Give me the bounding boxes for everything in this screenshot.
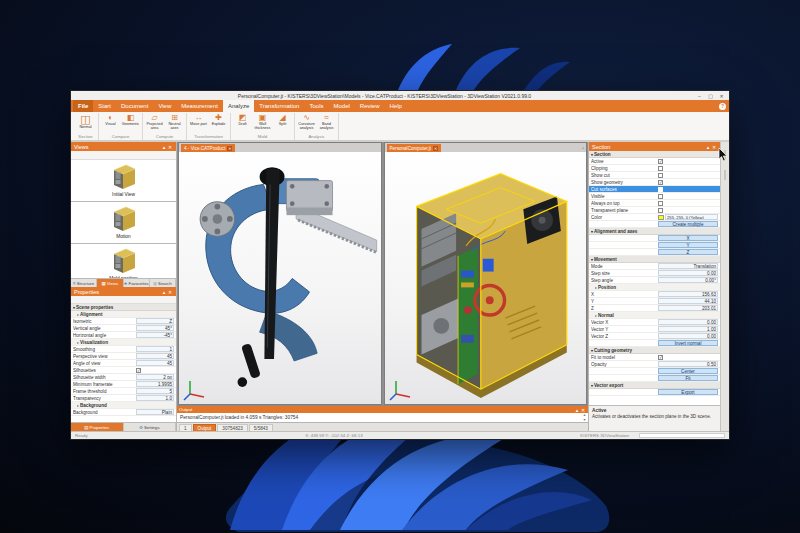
property-row[interactable]: Alignment and axes Alignment and axes	[589, 228, 720, 235]
property-value[interactable]: 5	[136, 388, 174, 394]
property-row[interactable]: Fit Fit	[589, 375, 720, 382]
console-tab[interactable]: 1	[179, 424, 192, 431]
property-row[interactable]: Transparency 1.0 Transparency	[71, 395, 176, 402]
property-value[interactable]: 255, 255, 0 (Yellow)	[665, 214, 718, 220]
property-value[interactable]: 1.9995	[136, 381, 174, 387]
property-button[interactable]: Export	[658, 389, 718, 395]
property-row[interactable]: Mode Translation Mode	[589, 263, 720, 270]
output-panel-header[interactable]: Output ▴ ✕	[177, 406, 588, 413]
property-row[interactable]: Y Y	[589, 242, 720, 249]
checkbox[interactable]	[136, 368, 141, 373]
property-row[interactable]: Show geometry Show geometry	[589, 179, 720, 186]
property-button[interactable]: Z	[658, 249, 718, 255]
property-button[interactable]: Invert normal	[658, 340, 718, 346]
section-panel-header[interactable]: Section ▴ ✕	[589, 142, 720, 151]
minimize-button[interactable]: –	[695, 92, 704, 100]
ribbon-tab[interactable]: Measurement	[176, 100, 223, 112]
property-button[interactable]: Fit	[658, 375, 718, 381]
close-icon[interactable]: ✕	[167, 288, 173, 296]
collapsed-panel-tab[interactable]	[724, 170, 726, 180]
property-value[interactable]: 2 px	[136, 374, 174, 380]
property-row[interactable]: Step size 0.00 Step size	[589, 270, 720, 277]
ribbon-tab[interactable]: Review	[355, 100, 385, 112]
property-row[interactable]: Horizontal angle -45° Horizontal angle	[71, 332, 176, 339]
property-row[interactable]: Alignment Alignment	[71, 311, 176, 318]
checkbox[interactable]	[658, 355, 663, 360]
checkbox[interactable]	[658, 208, 663, 213]
checkbox[interactable]	[658, 201, 663, 206]
ribbon-tab[interactable]: Analyze	[223, 100, 254, 112]
maximize-button[interactable]: ▢	[706, 92, 715, 100]
property-value[interactable]: 44.10	[658, 298, 718, 304]
section-normal-tool[interactable]: ◫Normal	[76, 113, 95, 129]
properties-panel-header[interactable]: Properties ▴ ✕	[71, 287, 176, 296]
property-row[interactable]: Frame threshold 5 Frame threshold	[71, 388, 176, 395]
console-tab[interactable]: 5/5843	[249, 424, 273, 431]
property-value[interactable]: Z	[136, 318, 174, 324]
dock-tab[interactable]: ⚙Settings	[124, 423, 177, 431]
checkbox[interactable]	[658, 166, 663, 171]
checkbox[interactable]	[658, 194, 663, 199]
property-row[interactable]: Vertical angle 45° Vertical angle	[71, 325, 176, 332]
property-row[interactable]: Normal Normal	[589, 312, 720, 319]
neutral-axes-tool[interactable]: ⊞Neutral axes	[166, 113, 183, 130]
titlebar[interactable]: PersonalComputer.jt - KISTERS\3DViewStat…	[71, 91, 729, 100]
property-value[interactable]: 45	[136, 360, 174, 366]
property-row[interactable]: Show cut Show cut	[589, 172, 720, 179]
property-row[interactable]: Visible Visible	[589, 193, 720, 200]
ribbon-tab[interactable]: Tools	[304, 100, 328, 112]
close-icon[interactable]: ✕	[433, 146, 438, 151]
property-row[interactable]: Center Center	[589, 368, 720, 375]
property-value[interactable]: Plain	[136, 409, 174, 415]
property-row[interactable]: Vector X 0.00 Vector X	[589, 319, 720, 326]
property-value[interactable]: Translation	[658, 263, 718, 269]
view-item[interactable]: Initial View	[71, 160, 176, 202]
property-row[interactable]: Silhouettes Silhouettes	[71, 367, 176, 374]
property-row[interactable]: Vector Z 0.00 Vector Z	[589, 333, 720, 340]
ribbon-tab[interactable]: Start	[93, 100, 116, 112]
property-row[interactable]: Always on top Always on top	[589, 200, 720, 207]
draft-tool[interactable]: ◩Draft	[234, 113, 251, 126]
ribbon-tab[interactable]: File	[73, 100, 93, 112]
output-log[interactable]: PersonalComputer.jt loaded in 4.059 s Tr…	[177, 413, 588, 422]
property-row[interactable]: Active Active	[589, 158, 720, 165]
property-row[interactable]: Minimum framerate 1.9995 Minimum framera…	[71, 381, 176, 388]
property-button[interactable]: X	[658, 235, 718, 241]
property-row[interactable]: Movement Movement	[589, 256, 720, 263]
property-row[interactable]: Background Background	[71, 402, 176, 409]
property-value[interactable]: 0.00	[658, 270, 718, 276]
ribbon-tab[interactable]: View	[153, 100, 176, 112]
wall-thickness-tool[interactable]: ▣Wall thickness	[254, 113, 271, 130]
dock-tab[interactable]: ▦Views	[97, 279, 123, 287]
property-row[interactable]: Create multiple Create multiple	[589, 221, 720, 228]
checkbox[interactable]	[658, 187, 663, 192]
property-value[interactable]: 0.50	[658, 361, 718, 367]
property-value[interactable]: 0.00	[658, 333, 718, 339]
3d-canvas-computer[interactable]	[385, 152, 587, 404]
property-row[interactable]: Visualization Visualization	[71, 339, 176, 346]
explode-tool[interactable]: ✚Explode	[210, 113, 227, 126]
views-panel-header[interactable]: Views ▴ ✕	[71, 142, 176, 151]
property-row[interactable]: Opacity 0.50 Opacity	[589, 361, 720, 368]
ribbon-tab[interactable]: Document	[116, 100, 153, 112]
property-button[interactable]: Y	[658, 242, 718, 248]
property-row[interactable]: Isometric Z Isometric	[71, 318, 176, 325]
view-item[interactable]: Motion	[71, 202, 176, 244]
property-row[interactable]: Cutting geometry Cutting geometry	[589, 347, 720, 354]
3d-canvas-vice[interactable]	[179, 152, 381, 404]
property-row[interactable]: Y 44.10 Y	[589, 298, 720, 305]
property-row[interactable]: Angle of view 45 Angle of view	[71, 360, 176, 367]
projected-area-tool[interactable]: ▱Projected area	[146, 113, 163, 130]
close-icon[interactable]: ✕	[227, 146, 232, 151]
log-scrollbar[interactable]: ▲ ▼	[582, 413, 587, 422]
help-icon[interactable]: ?	[719, 103, 726, 110]
property-row[interactable]: Fit to model Fit to model	[589, 354, 720, 361]
property-row[interactable]: Step angle 0.00° Step angle	[589, 277, 720, 284]
property-row[interactable]: Transparent plane Transparent plane	[589, 207, 720, 214]
compare-geometric-tool[interactable]: ◧Geometric	[122, 113, 139, 126]
property-row[interactable]: Silhouette width 2 px Silhouette width	[71, 374, 176, 381]
property-value[interactable]: 45°	[136, 325, 174, 331]
dock-tab[interactable]: ★Favourites	[124, 279, 150, 287]
band-analysis-tool[interactable]: ≈Band analysis	[318, 113, 335, 130]
property-value[interactable]: 1.00	[658, 326, 718, 332]
